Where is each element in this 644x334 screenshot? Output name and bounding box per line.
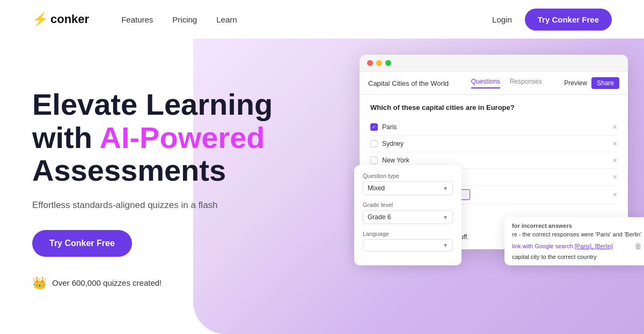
quiz-tab-questions[interactable]: Questions xyxy=(471,78,500,88)
logo[interactable]: ⚡ conker xyxy=(32,12,89,27)
quiz-toolbar-right: Preview Share xyxy=(564,77,619,89)
hero-right: Capital Cities of the World Questions Re… xyxy=(354,39,644,334)
chevron-down-icon-3: ▼ xyxy=(443,242,448,248)
answer-text-paris: Paris xyxy=(382,123,397,131)
quiz-toolbar: Capital Cities of the World Questions Re… xyxy=(360,72,628,95)
quiz-mockup: Capital Cities of the World Questions Re… xyxy=(360,55,639,249)
grade-level-select[interactable]: Grade 6 ▼ xyxy=(363,210,453,224)
hero-subtitle: Effortless standards-aligned quizzes in … xyxy=(32,200,322,211)
hero-title-line2: with xyxy=(32,121,99,154)
remove-berlin-button[interactable]: × xyxy=(613,190,617,199)
titlebar-dot-yellow xyxy=(376,60,382,66)
question-type-label: Question type xyxy=(363,173,453,179)
checkbox-paris[interactable] xyxy=(370,123,378,131)
for-incorrect-text: for incorrect answers xyxy=(512,222,572,229)
nav-links: Features Pricing Learn xyxy=(121,15,237,24)
hero-title-line1: Elevate Learning xyxy=(32,87,273,121)
quiz-window-title: Capital Cities of the World xyxy=(368,79,449,87)
social-proof: 👑 Over 600,000 quizzes created! xyxy=(32,276,322,290)
right-continuation-panel: for incorrect answers re - the correct r… xyxy=(504,217,644,265)
answer-row-paris: Paris × xyxy=(370,119,617,136)
navigation: ⚡ conker Features Pricing Learn Login Tr… xyxy=(0,0,644,39)
language-field: Language ▼ xyxy=(363,231,453,251)
side-panel: Question type Mixed ▼ Grade level Grade … xyxy=(354,165,462,265)
crown-icon: 👑 xyxy=(32,276,47,290)
incorrect-text: re - the correct responses were 'Paris' … xyxy=(512,231,642,237)
answer-row-sydney: Sydney × xyxy=(370,136,617,152)
logo-text: conker xyxy=(50,12,89,26)
checkbox-newyork[interactable] xyxy=(370,157,378,164)
logo-bolt-icon: ⚡ xyxy=(32,12,48,27)
trash-icon[interactable]: 🗑 xyxy=(634,242,642,250)
titlebar-dot-green xyxy=(385,60,391,66)
match-text: capital city to the correct country xyxy=(512,254,642,260)
nav-learn[interactable]: Learn xyxy=(216,15,237,24)
remove-shanghai-button[interactable]: × xyxy=(613,173,617,181)
hero-left: Elevate Learning with AI-Powered Assessm… xyxy=(0,39,354,334)
share-button[interactable]: Share xyxy=(591,77,619,89)
grade-level-value: Grade 6 xyxy=(368,213,391,221)
try-hero-button[interactable]: Try Conker Free xyxy=(32,230,132,257)
search-link-text[interactable]: link with Google search [Paris], [Berlin… xyxy=(512,243,613,249)
hero-title-highlight: AI-Powered xyxy=(99,121,265,154)
login-button[interactable]: Login xyxy=(492,15,512,24)
question-text: Which of these capital cities are in Eur… xyxy=(370,103,617,112)
remove-newyork-button[interactable]: × xyxy=(613,156,617,165)
social-proof-text: Over 600,000 quizzes created! xyxy=(52,278,162,287)
nav-features[interactable]: Features xyxy=(121,15,153,24)
question-type-field: Question type Mixed ▼ xyxy=(363,173,453,195)
answer-text-newyork: New York xyxy=(382,157,409,164)
nav-right: Login Try Conker Free xyxy=(492,9,612,31)
grade-level-label: Grade level xyxy=(363,202,453,208)
link-row: link with Google search [Paris], [Berlin… xyxy=(512,242,642,250)
answer-text-sydney: Sydney xyxy=(382,140,404,147)
hero-section: Elevate Learning with AI-Powered Assessm… xyxy=(0,39,644,334)
preview-button[interactable]: Preview xyxy=(564,79,587,87)
chevron-down-icon-2: ▼ xyxy=(443,214,448,220)
nav-pricing[interactable]: Pricing xyxy=(172,15,197,24)
incorrect-label: for incorrect answers xyxy=(512,222,642,229)
language-label: Language xyxy=(363,231,453,237)
remove-paris-button[interactable]: × xyxy=(613,123,617,131)
try-nav-button[interactable]: Try Conker Free xyxy=(525,9,612,31)
chevron-down-icon: ▼ xyxy=(443,185,448,191)
question-type-value: Mixed xyxy=(368,184,385,192)
remove-sydney-button[interactable]: × xyxy=(613,139,617,148)
hero-title: Elevate Learning with AI-Powered Assessm… xyxy=(32,88,322,187)
hero-title-line3: Assessments xyxy=(32,153,226,187)
checkbox-sydney[interactable] xyxy=(370,140,378,147)
quiz-tab-responses[interactable]: Responses xyxy=(510,78,542,88)
quiz-tabs: Questions Responses xyxy=(471,78,542,88)
window-titlebar xyxy=(360,55,628,72)
question-type-select[interactable]: Mixed ▼ xyxy=(363,181,453,195)
language-select[interactable]: ▼ xyxy=(363,239,453,251)
grade-level-field: Grade level Grade 6 ▼ xyxy=(363,202,453,224)
titlebar-dot-red xyxy=(367,60,373,66)
